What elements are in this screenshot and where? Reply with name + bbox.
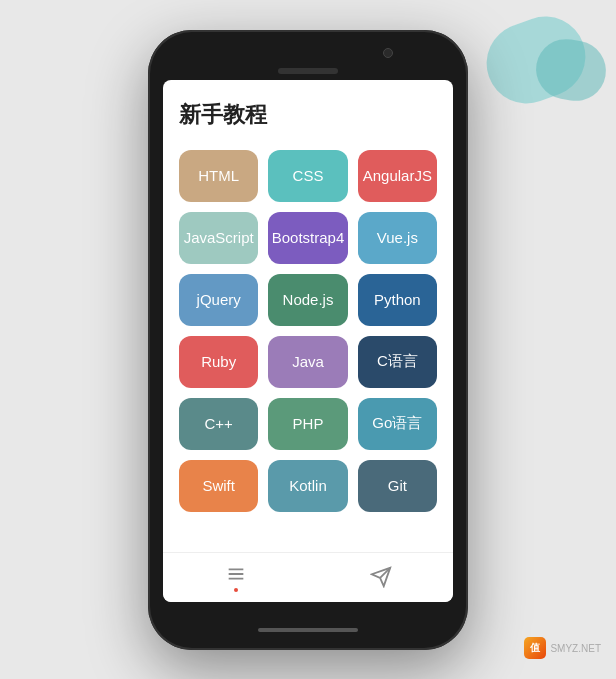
page-title: 新手教程: [179, 100, 437, 130]
tag-button-bootstrap4[interactable]: Bootstrap4: [268, 212, 347, 264]
menu-icon: [225, 563, 247, 585]
watermark: 值 SMYZ.NET: [524, 637, 601, 659]
tag-button-ruby[interactable]: Ruby: [179, 336, 258, 388]
tag-button-angularjs[interactable]: AngularJS: [358, 150, 437, 202]
tag-button-kotlin[interactable]: Kotlin: [268, 460, 347, 512]
tag-button-c--[interactable]: C语言: [358, 336, 437, 388]
phone-bottom-area: [148, 610, 468, 650]
phone-speaker: [278, 68, 338, 74]
tag-button-php[interactable]: PHP: [268, 398, 347, 450]
tag-button-css[interactable]: CSS: [268, 150, 347, 202]
tag-button-python[interactable]: Python: [358, 274, 437, 326]
tag-button-javascript[interactable]: JavaScript: [179, 212, 258, 264]
send-icon: [370, 566, 392, 588]
tag-button-git[interactable]: Git: [358, 460, 437, 512]
tag-button-swift[interactable]: Swift: [179, 460, 258, 512]
phone-top-bar: [148, 30, 468, 80]
tag-button-node-js[interactable]: Node.js: [268, 274, 347, 326]
tag-button-c--[interactable]: C++: [179, 398, 258, 450]
tag-button-html[interactable]: HTML: [179, 150, 258, 202]
home-indicator: [258, 628, 358, 632]
bottom-navigation-bar: [163, 552, 453, 602]
watermark-text: SMYZ.NET: [550, 643, 601, 654]
phone-screen: 新手教程 HTMLCSSAngularJSJavaScriptBootstrap…: [163, 80, 453, 602]
phone-camera: [383, 48, 393, 58]
tag-button-go--[interactable]: Go语言: [358, 398, 437, 450]
scene: 新手教程 HTMLCSSAngularJSJavaScriptBootstrap…: [0, 0, 616, 679]
menu-nav-button[interactable]: [225, 563, 247, 592]
send-nav-button[interactable]: [370, 566, 392, 588]
phone-shell: 新手教程 HTMLCSSAngularJSJavaScriptBootstrap…: [148, 30, 468, 650]
tag-button-java[interactable]: Java: [268, 336, 347, 388]
tag-grid: HTMLCSSAngularJSJavaScriptBootstrap4Vue.…: [179, 150, 437, 512]
screen-scroll-area[interactable]: 新手教程 HTMLCSSAngularJSJavaScriptBootstrap…: [163, 80, 453, 552]
nav-dot-indicator: [234, 588, 238, 592]
tag-button-jquery[interactable]: jQuery: [179, 274, 258, 326]
tag-button-vue-js[interactable]: Vue.js: [358, 212, 437, 264]
watermark-icon: 值: [524, 637, 546, 659]
